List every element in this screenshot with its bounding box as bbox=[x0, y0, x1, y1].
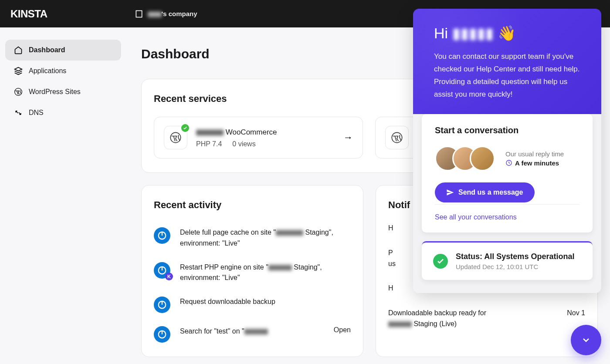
activity-item[interactable]: Search for "test" on "▮▮▮▮▮▮ Open bbox=[154, 326, 351, 343]
activity-avatar bbox=[154, 326, 170, 343]
check-badge-icon bbox=[181, 124, 189, 132]
see-all-link[interactable]: See all your conversations bbox=[435, 213, 517, 221]
send-message-button[interactable]: Send us a message bbox=[435, 182, 535, 202]
system-status-card[interactable]: Status: All Systems Operational Updated … bbox=[422, 241, 593, 280]
avatar bbox=[470, 146, 495, 171]
svg-marker-5 bbox=[15, 67, 22, 71]
service-item[interactable]: ▮▮▮▮▮▮▮ WooCommerce PHP 7.40 views → bbox=[154, 117, 363, 158]
wordpress-icon bbox=[391, 131, 403, 144]
arrow-right-icon: → bbox=[343, 132, 353, 143]
status-subtitle: Updated Dec 12, 10:01 UTC bbox=[456, 263, 574, 270]
brand-logo: KINSTA bbox=[10, 8, 47, 20]
activity-avatar bbox=[154, 297, 170, 313]
building-icon bbox=[135, 10, 143, 18]
svg-point-7 bbox=[170, 132, 180, 142]
activity-status-badge: Open bbox=[329, 326, 351, 334]
activity-item[interactable]: Delete full page cache on site "▮▮▮▮▮▮▮ … bbox=[154, 227, 351, 249]
notification-item[interactable]: Downloadable backup ready for ▮▮▮▮▮▮ Sta… bbox=[388, 308, 585, 330]
see-all-conversations: See all your conversations bbox=[435, 204, 580, 221]
sidebar-item-label: DNS bbox=[29, 109, 44, 117]
card-title: Recent activity bbox=[154, 199, 351, 211]
support-description: You can contact our support team if you'… bbox=[434, 51, 580, 101]
sidebar-item-applications[interactable]: Applications bbox=[5, 61, 121, 81]
service-platform-badge bbox=[385, 126, 409, 149]
wordpress-icon bbox=[169, 131, 182, 144]
activity-item[interactable]: K Restart PHP engine on site "▮▮▮▮▮▮ Sta… bbox=[154, 262, 351, 284]
activity-avatar: K bbox=[154, 262, 170, 279]
svg-point-8 bbox=[392, 132, 402, 142]
support-greeting: Hi ▮▮▮▮▮ 👋 bbox=[434, 24, 580, 42]
chevron-down-icon bbox=[581, 335, 591, 345]
sidebar-item-dns[interactable]: DNS bbox=[5, 102, 121, 123]
sidebar-item-label: Applications bbox=[29, 67, 66, 75]
clock-icon bbox=[505, 159, 512, 166]
reply-time-info: Our usual reply time A few minutes bbox=[505, 150, 564, 167]
status-title: Status: All Systems Operational bbox=[456, 252, 574, 261]
k-badge-icon: K bbox=[165, 273, 173, 280]
check-circle-icon bbox=[433, 254, 448, 269]
activity-text: Restart PHP engine on site "▮▮▮▮▮▮ Stagi… bbox=[180, 262, 351, 284]
agent-avatars bbox=[435, 146, 495, 171]
svg-rect-0 bbox=[136, 10, 142, 17]
dns-icon bbox=[14, 108, 23, 117]
support-fab-button[interactable] bbox=[571, 325, 601, 355]
sidebar-item-wordpress[interactable]: WordPress Sites bbox=[5, 81, 121, 102]
service-platform-badge bbox=[164, 126, 187, 149]
sidebar-item-dashboard[interactable]: Dashboard bbox=[5, 40, 121, 61]
start-conversation-card: Start a conversation Our usual reply tim… bbox=[422, 114, 593, 233]
activity-text: Delete full page cache on site "▮▮▮▮▮▮▮ … bbox=[180, 227, 351, 249]
conversation-title: Start a conversation bbox=[435, 125, 580, 135]
activity-item[interactable]: Request downloadable backup bbox=[154, 297, 351, 313]
sidebar-item-label: Dashboard bbox=[29, 46, 65, 54]
wordpress-icon bbox=[14, 88, 23, 96]
recent-activity-card: Recent activity Delete full page cache o… bbox=[141, 185, 363, 357]
activity-text: Search for "test" on "▮▮▮▮▮▮ bbox=[180, 326, 268, 337]
service-info: ▮▮▮▮▮▮▮ WooCommerce PHP 7.40 views bbox=[196, 128, 335, 148]
sidebar: Dashboard Applications WordPress Sites D… bbox=[0, 27, 126, 135]
notification-date: Nov 1 bbox=[567, 308, 585, 319]
activity-text: Request downloadable backup bbox=[180, 297, 275, 307]
sidebar-item-label: WordPress Sites bbox=[29, 88, 81, 96]
send-icon bbox=[446, 189, 454, 196]
home-icon bbox=[14, 46, 23, 54]
layers-icon bbox=[14, 67, 23, 75]
support-widget: Hi ▮▮▮▮▮ 👋 You can contact our support t… bbox=[413, 9, 601, 293]
activity-avatar bbox=[154, 227, 170, 244]
company-selector[interactable]: ▮▮▮▮'s company bbox=[135, 10, 197, 18]
